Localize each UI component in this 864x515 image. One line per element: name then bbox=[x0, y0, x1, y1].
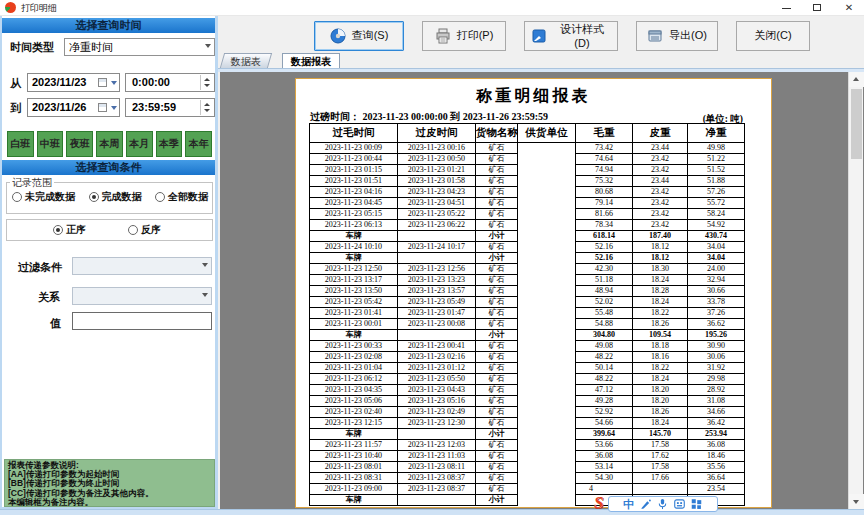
shift-button-2[interactable]: 夜班 bbox=[66, 131, 93, 157]
cell: 18.26 bbox=[633, 407, 688, 418]
minimize-button[interactable] bbox=[772, 0, 802, 16]
filter-select[interactable] bbox=[72, 257, 212, 275]
scroll-up-icon[interactable] bbox=[849, 72, 864, 87]
pen-icon[interactable] bbox=[640, 498, 651, 510]
radio-option[interactable]: 反序 bbox=[128, 223, 161, 237]
from-date-value: 2023/11/23 bbox=[32, 76, 86, 88]
cell: 2023-11-23 01:51 bbox=[310, 176, 398, 187]
cell: 2023-11-23 04:45 bbox=[310, 198, 398, 209]
cell: 车牌 bbox=[310, 231, 398, 242]
grid-icon[interactable] bbox=[691, 498, 702, 510]
export-button-label: 导出(O) bbox=[669, 28, 707, 43]
radio-option[interactable]: 未完成数据 bbox=[12, 190, 75, 204]
cell: 33.78 bbox=[688, 297, 745, 308]
from-date-picker[interactable]: 2023/11/23 bbox=[27, 73, 120, 92]
cell bbox=[518, 242, 576, 253]
tab-data-table[interactable]: 数据表 bbox=[220, 53, 272, 68]
cell: 23.42 bbox=[633, 154, 688, 165]
shift-button-0[interactable]: 白班 bbox=[7, 131, 34, 157]
cell: 18.46 bbox=[688, 451, 745, 462]
cell: 48.22 bbox=[576, 374, 633, 385]
value-input[interactable] bbox=[72, 312, 212, 330]
cell: 2023-11-23 00:08 bbox=[398, 319, 476, 330]
cell: 2023-11-23 04:35 bbox=[310, 385, 398, 396]
microphone-icon[interactable] bbox=[657, 498, 668, 510]
cell: 18.24 bbox=[633, 418, 688, 429]
time-spinner[interactable] bbox=[200, 75, 213, 90]
vertical-scrollbar[interactable] bbox=[848, 72, 863, 509]
to-time-input[interactable]: 23:59:59 bbox=[125, 98, 215, 117]
chevron-down-icon bbox=[111, 81, 117, 85]
relation-select[interactable] bbox=[72, 287, 212, 305]
cell: 矿石 bbox=[476, 297, 518, 308]
query-panel: 选择查询时间 时间类型 净重时间 从 2023/11/23 0:00:00 到 … bbox=[0, 16, 218, 509]
sogou-logo-icon[interactable]: S bbox=[594, 493, 603, 513]
cell: 23.44 bbox=[633, 176, 688, 187]
design-style-button[interactable]: 设计样式(D) bbox=[524, 21, 618, 51]
shift-button-4[interactable]: 本月 bbox=[126, 131, 153, 157]
shift-button-5[interactable]: 本季 bbox=[156, 131, 183, 157]
export-button[interactable]: 导出(O) bbox=[636, 21, 718, 51]
shift-button-6[interactable]: 本年 bbox=[185, 131, 212, 157]
cell: 2023-11-23 01:04 bbox=[310, 363, 398, 374]
cell: 车牌 bbox=[310, 253, 398, 264]
to-date-value: 2023/11/26 bbox=[32, 101, 86, 113]
cell: 2023-11-23 13:17 bbox=[310, 275, 398, 286]
ime-chinese-mode[interactable]: 中 bbox=[623, 497, 634, 511]
table-row: 2023-11-23 00:442023-11-23 00:50矿石74.642… bbox=[310, 154, 745, 165]
cell bbox=[518, 407, 576, 418]
keyboard-icon[interactable] bbox=[674, 498, 685, 510]
close-button[interactable]: ✕ bbox=[834, 0, 864, 16]
cell: 18.20 bbox=[633, 385, 688, 396]
cell: 17.58 bbox=[633, 440, 688, 451]
to-date-picker[interactable]: 2023/11/26 bbox=[27, 98, 120, 117]
cell: 小计 bbox=[476, 253, 518, 264]
time-type-select[interactable]: 净重时间 bbox=[64, 38, 215, 56]
cell bbox=[518, 440, 576, 451]
print-button[interactable]: 打印(P) bbox=[422, 21, 506, 51]
cell: 2023-11-23 05:50 bbox=[398, 374, 476, 385]
cell bbox=[518, 231, 576, 242]
cell: 2023-11-23 05:06 bbox=[310, 396, 398, 407]
table-row: 2023-11-23 09:002023-11-23 08:37矿石423.54 bbox=[310, 484, 745, 495]
to-label: 到 bbox=[10, 101, 21, 116]
cell: 17.66 bbox=[633, 473, 688, 484]
cell: 18.22 bbox=[633, 363, 688, 374]
cell bbox=[518, 220, 576, 231]
cell: 51.22 bbox=[688, 154, 745, 165]
from-time-input[interactable]: 0:00:00 bbox=[125, 73, 215, 92]
time-spinner[interactable] bbox=[200, 100, 213, 115]
radio-option[interactable]: 正序 bbox=[53, 223, 86, 237]
query-button[interactable]: 查询(S) bbox=[314, 21, 404, 51]
cell: 36.62 bbox=[688, 319, 745, 330]
column-header: 过毛时间 bbox=[310, 124, 398, 143]
cell: 618.14 bbox=[576, 231, 633, 242]
shift-button-1[interactable]: 中班 bbox=[37, 131, 64, 157]
cell: 矿石 bbox=[476, 308, 518, 319]
table-row: 2023-11-23 08:012023-11-23 08:11矿石53.141… bbox=[310, 462, 745, 473]
cell: 52.92 bbox=[576, 407, 633, 418]
report-parameter-help: 报表传递参数说明:[AA]传递打印参数为起始时间[BB]传递打印参数为终止时间[… bbox=[4, 459, 215, 507]
cell: 74.64 bbox=[576, 154, 633, 165]
record-scope-label: 记录范围 bbox=[10, 176, 54, 190]
cell: 2023-11-23 08:11 bbox=[398, 462, 476, 473]
triangle-down-icon bbox=[853, 500, 859, 504]
cell: 52.16 bbox=[576, 253, 633, 264]
cell: 18.24 bbox=[633, 275, 688, 286]
radio-option[interactable]: 全部数据 bbox=[155, 190, 208, 204]
maximize-button[interactable] bbox=[803, 0, 833, 16]
scrollbar-thumb[interactable] bbox=[851, 89, 862, 159]
cell: 4 bbox=[576, 484, 633, 495]
cell: 2023-11-23 08:31 bbox=[310, 473, 398, 484]
shift-button-3[interactable]: 本周 bbox=[96, 131, 123, 157]
radio-label: 完成数据 bbox=[102, 190, 142, 204]
tab-data-report[interactable]: 数据报表 bbox=[282, 53, 340, 68]
scroll-down-icon[interactable] bbox=[849, 494, 864, 509]
radio-option[interactable]: 完成数据 bbox=[89, 190, 142, 204]
close-form-button[interactable]: 关闭(C) bbox=[736, 21, 810, 51]
cell: 2023-11-23 08:37 bbox=[398, 484, 476, 495]
export-icon bbox=[647, 28, 663, 44]
time-type-value: 净重时间 bbox=[69, 41, 113, 53]
cell: 矿石 bbox=[476, 396, 518, 407]
subtotal-row: 车牌小计52.1618.1234.04 bbox=[310, 253, 745, 264]
